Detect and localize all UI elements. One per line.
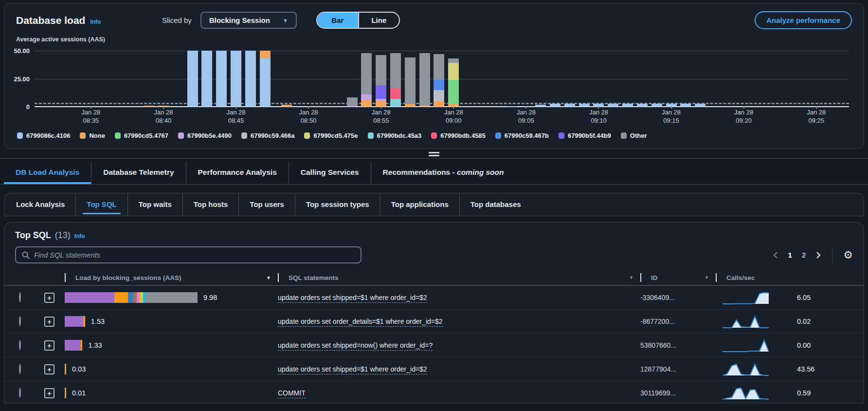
chart-bar [419,53,430,107]
legend-color-chip [304,132,310,139]
calls-sparkline [723,362,769,376]
sql-id: -8677200... [640,318,716,325]
legend-item: Other [621,132,647,139]
legend-item: 67990bdc.45a3 [368,132,422,139]
chevron-left-icon [773,251,778,259]
load-value: 0.03 [72,365,86,373]
chart-bar [216,51,227,107]
chart-bar [637,104,648,107]
page-number-2[interactable]: 2 [802,251,806,259]
line-toggle-button[interactable]: Line [358,13,399,28]
sql-id: 12877904... [640,365,716,373]
search-input[interactable] [34,251,355,259]
subtab-top-hosts[interactable]: Top hosts [182,193,239,216]
row-radio-button[interactable] [19,292,21,302]
calls-per-sec-value: 6.05 [797,294,811,301]
sql-id: -3306409... [640,294,716,301]
table-row: +9.98update orders set shipped=$1 where … [4,286,864,310]
chart-bar [651,104,662,107]
next-page-button[interactable] [815,251,821,259]
database-load-info-link[interactable]: Info [90,19,101,25]
gear-icon[interactable]: ⚙ [843,250,853,261]
row-radio-button[interactable] [19,340,21,350]
chart-bar [506,106,517,107]
previous-page-button[interactable] [773,251,778,259]
chart-bar [405,57,416,107]
subtab-top-waits[interactable]: Top waits [127,193,182,216]
expand-row-icon[interactable]: + [44,293,54,303]
resize-divider[interactable] [0,150,868,161]
x-axis-tick: Jan 2809:20 [734,109,753,125]
column-header-id[interactable]: ID ▼ [640,273,716,282]
performance-insights-page: Database load Info Sliced by Blocking Se… [0,3,868,403]
load-value: 9.98 [203,294,217,301]
sort-desc-icon[interactable]: ▼ [266,275,271,280]
sql-statement-link[interactable]: update orders set shipped=$1 where order… [278,294,427,303]
legend-color-chip [559,132,564,139]
chevron-right-icon [815,251,821,259]
y-axis-tick: 25.00 [14,75,30,82]
subtab-top-applications[interactable]: Top applications [380,193,459,216]
chart-bar [187,51,198,107]
expand-row-icon[interactable]: + [44,317,54,327]
x-axis-tick: Jan 2809:25 [807,109,826,125]
sort-icon[interactable]: ▼ [705,275,709,280]
chart-bar [231,51,241,107]
legend-color-chip [115,132,121,139]
calls-per-sec-value: 0.00 [797,341,811,349]
subtab-lock-analysis[interactable]: Lock Analysis [5,193,75,216]
tab-database-telemetry[interactable]: Database Telemetry [91,162,185,184]
legend-color-chip [368,132,374,139]
table-row: +1.33update orders set shipped=now() whe… [4,334,864,357]
chart-bar [680,104,691,107]
sort-icon[interactable]: ▼ [629,275,633,280]
row-radio-button[interactable] [19,364,21,374]
chart-y-axis-title: Average active sessions (AAS) [16,36,864,43]
column-header-sql[interactable]: SQL statements ▼ [278,273,640,282]
subtab-top-sql[interactable]: Top SQL [75,193,127,216]
expand-row-icon[interactable]: + [44,364,54,374]
sql-statement-link[interactable]: update orders set order_details=$1 where… [278,318,443,327]
table-header-row: Load by blocking_sessions (AAS) ▼ SQL st… [4,270,864,286]
chart-bar [347,97,358,107]
top-sql-info-link[interactable]: Info [74,233,85,240]
page-number-1[interactable]: 1 [788,251,792,259]
slice-dimension-dropdown[interactable]: Blocking Session ▼ [200,12,297,29]
bar-toggle-button[interactable]: Bar [317,13,358,28]
tab-calling-services[interactable]: Calling Services [289,162,371,184]
sql-statement-link[interactable]: COMMIT [278,389,306,398]
sql-statement-link[interactable]: update orders set shipped=$1 where order… [278,365,427,374]
calls-sparkline [723,386,769,400]
load-bar [65,292,198,303]
load-bar [65,340,82,351]
subtab-top-session-types[interactable]: Top session types [295,193,380,216]
x-axis-tick: Jan 2808:55 [372,109,391,125]
column-header-calls: Calls/sec [716,273,864,282]
load-bar [65,364,66,374]
tab-db-load-analysis[interactable]: DB Load Analysis [4,162,91,184]
main-tab-bar: DB Load AnalysisDatabase TelemetryPerfor… [0,161,868,185]
chart-type-toggle: Bar Line [316,12,400,29]
row-radio-button[interactable] [19,316,21,326]
expand-row-icon[interactable]: + [44,340,54,351]
column-header-load[interactable]: Load by blocking_sessions (AAS) ▼ [65,273,278,282]
sql-search-box [15,246,362,263]
db-load-chart: 50.0025.000 [35,51,849,107]
load-bar [65,388,66,398]
chart-bar [535,105,546,107]
row-radio-button[interactable] [19,388,21,398]
tab-performance-analysis[interactable]: Performance Analysis [186,162,289,184]
chart-bar [550,104,561,107]
tab-recommendations[interactable]: Recommendations - coming soon [371,162,516,184]
sql-statement-link[interactable]: update orders set shipped=now() where or… [278,341,433,351]
slice-dimension-value: Blocking Session [209,16,270,24]
top-sql-title: Top SQL [15,230,51,241]
expand-row-icon[interactable]: + [44,388,54,398]
subtab-top-users[interactable]: Top users [238,193,295,216]
legend-item: 67990c59.466a [241,132,294,139]
drag-handle-icon [429,152,439,158]
subtab-top-databases[interactable]: Top databases [459,193,532,216]
sql-id: 53807660... [640,341,716,349]
analyze-performance-button[interactable]: Analyze performance [755,11,852,29]
chart-bar [201,51,212,107]
